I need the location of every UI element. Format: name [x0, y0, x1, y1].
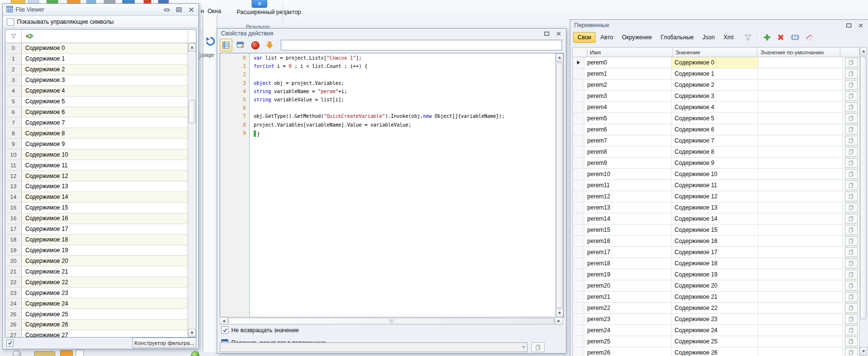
row-selector-cell[interactable]	[573, 258, 584, 269]
variable-name-cell[interactable]: perem12	[584, 191, 672, 202]
row-value[interactable]: Содержимое 22	[22, 277, 188, 287]
variable-value-cell[interactable]: Содержимое 2	[672, 80, 758, 90]
copy-button[interactable]	[845, 102, 858, 112]
row-value[interactable]: Содержимое 1	[22, 54, 188, 64]
row-value[interactable]: Содержимое 9	[22, 139, 188, 149]
variable-value-cell[interactable]: Содержимое 22	[672, 303, 758, 313]
row-value[interactable]: Содержимое 3	[22, 75, 188, 85]
variable-default-cell[interactable]	[758, 269, 843, 280]
editor-vscrollbar[interactable]	[555, 53, 563, 317]
row-number[interactable]: 13	[5, 181, 22, 192]
table-row[interactable]: perem11Содержимое 11	[573, 180, 860, 191]
variable-default-cell[interactable]	[758, 80, 843, 90]
table-row[interactable]: perem16Содержимое 16	[573, 236, 860, 247]
list-row[interactable]: 6Содержимое 6	[5, 107, 188, 118]
tab-json[interactable]: Json	[699, 32, 719, 42]
variable-name-cell[interactable]: perem21	[584, 291, 672, 302]
variable-value-cell[interactable]: Содержимое 5	[672, 113, 758, 124]
variable-value-cell[interactable]: Содержимое 16	[672, 236, 758, 246]
row-number[interactable]: 2	[5, 65, 22, 75]
tab-xml[interactable]: Xml	[720, 32, 738, 42]
variable-default-cell[interactable]	[758, 213, 843, 224]
row-number[interactable]: 10	[5, 149, 22, 160]
undo-icon[interactable]	[205, 36, 216, 47]
variable-name-cell[interactable]: perem23	[584, 314, 672, 324]
list-row[interactable]: 0Содержимое 0	[5, 43, 188, 54]
variable-default-cell[interactable]	[758, 247, 843, 258]
row-value[interactable]: Содержимое 15	[22, 203, 188, 213]
variable-name-cell[interactable]: perem11	[584, 180, 672, 191]
code-line[interactable]: project.Variables[variableName].Value = …	[254, 122, 555, 130]
row-number[interactable]: 12	[5, 171, 22, 181]
row-number[interactable]: 8	[5, 128, 22, 138]
variable-default-cell[interactable]	[758, 225, 843, 235]
cut-bottom-icon[interactable]	[34, 351, 55, 356]
scroll-right-button[interactable]	[555, 317, 563, 325]
result-variable-combobox[interactable]	[220, 342, 528, 352]
variable-value-cell[interactable]: Содержимое 23	[672, 314, 758, 324]
variable-value-cell[interactable]: Содержимое 1	[672, 68, 758, 79]
copy-button[interactable]	[845, 292, 858, 302]
row-value[interactable]: Содержимое 26	[22, 320, 188, 330]
variable-value-cell[interactable]: Содержимое 9	[672, 158, 758, 168]
list-row[interactable]: 18Содержимое 18	[5, 235, 188, 245]
maximize-button[interactable]	[845, 22, 852, 29]
list-row[interactable]: 26Содержимое 26	[5, 320, 188, 330]
variable-value-cell[interactable]: Содержимое 13	[672, 202, 758, 213]
row-number[interactable]: 5	[5, 97, 22, 107]
eraser-icon[interactable]	[803, 34, 816, 41]
cut-bottom-icon[interactable]	[76, 350, 84, 356]
variable-name-cell[interactable]: perem8	[584, 146, 672, 157]
variable-default-cell[interactable]	[758, 180, 843, 191]
table-row[interactable]: perem21Содержимое 21	[573, 291, 860, 303]
table-row[interactable]: perem10Содержимое 10	[573, 169, 860, 180]
variable-name-cell[interactable]: perem1	[584, 68, 672, 79]
list-row[interactable]: 9Содержимое 9	[5, 139, 188, 149]
row-value[interactable]: Содержимое 0	[22, 43, 188, 53]
copy-button[interactable]	[845, 247, 858, 257]
script-window-icon[interactable]	[234, 39, 247, 51]
variable-name-cell[interactable]: perem14	[584, 213, 672, 224]
row-number[interactable]: 22	[5, 277, 22, 287]
variable-name-cell[interactable]: perem17	[584, 247, 672, 258]
variable-name-cell[interactable]: perem24	[584, 325, 672, 336]
list-row[interactable]: 2Содержимое 2	[5, 65, 188, 75]
copy-button[interactable]	[845, 259, 858, 268]
variable-value-cell[interactable]: Содержимое 25	[672, 336, 758, 347]
row-number[interactable]: 17	[5, 224, 22, 234]
text-column-header[interactable]: abc	[22, 30, 188, 43]
table-row[interactable]: perem20Содержимое 20	[573, 280, 860, 291]
row-selector-cell[interactable]	[573, 191, 584, 202]
row-value[interactable]: Содержимое 16	[22, 213, 188, 224]
tab-свои[interactable]: Свои	[573, 32, 595, 43]
table-row[interactable]: perem6Содержимое 6	[573, 124, 860, 135]
file-list-vscrollbar[interactable]	[188, 43, 196, 337]
code-line[interactable]	[254, 105, 555, 113]
variable-name-cell[interactable]: perem18	[584, 258, 672, 269]
variable-default-cell[interactable]	[758, 124, 843, 135]
copy-button[interactable]	[845, 281, 858, 291]
list-row[interactable]: 21Содержимое 21	[5, 266, 188, 277]
cut-bottom-icon[interactable]	[60, 350, 73, 356]
row-value[interactable]: Содержимое 5	[22, 97, 188, 107]
variable-name-cell[interactable]: perem6	[584, 124, 672, 135]
copy-button[interactable]	[845, 337, 858, 346]
code-line[interactable]: for(int i = 0 ; i < list.Count ; i++) {	[254, 64, 555, 72]
row-selector-cell[interactable]	[573, 291, 584, 302]
row-value[interactable]: Содержимое 17	[22, 224, 188, 234]
variables-vscrollbar[interactable]	[859, 47, 867, 356]
copy-button[interactable]	[531, 342, 545, 352]
filter-icon[interactable]	[742, 34, 754, 41]
list-row[interactable]: 14Содержимое 14	[5, 192, 188, 203]
column-header-value[interactable]: Значение	[673, 48, 757, 57]
row-selector-cell[interactable]	[573, 280, 584, 291]
copy-button[interactable]	[845, 147, 858, 157]
list-row[interactable]: 15Содержимое 15	[5, 203, 188, 213]
list-row[interactable]: 13Содержимое 13	[5, 181, 188, 192]
variable-value-cell[interactable]: Содержимое 6	[672, 124, 758, 135]
copy-button[interactable]	[845, 314, 858, 324]
row-value[interactable]: Содержимое 23	[22, 288, 188, 298]
variable-name-cell[interactable]: perem19	[584, 269, 672, 280]
row-selector-cell[interactable]	[573, 247, 584, 258]
row-selector-cell[interactable]	[573, 325, 584, 336]
